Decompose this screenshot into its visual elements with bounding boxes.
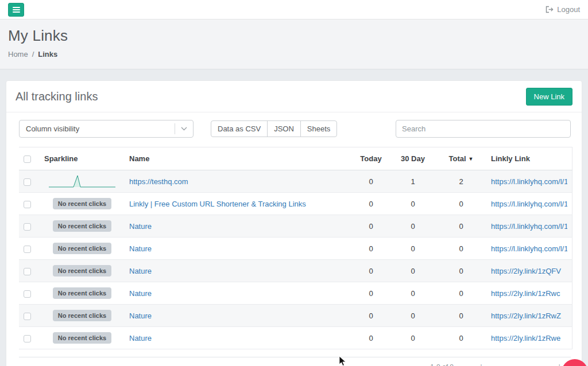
export-button-group: Data as CSV JSON Sheets (211, 120, 337, 137)
table-row: No recent clicks Nature 0 0 0 https://2l… (19, 282, 572, 305)
prev-page-button[interactable]: ‹ (495, 363, 520, 366)
header-linkly-link[interactable]: Linkly Link (486, 147, 572, 170)
link-name[interactable]: Nature (129, 289, 152, 298)
clicks-today: 0 (352, 260, 390, 282)
breadcrumb-current: Links (38, 50, 57, 59)
link-name[interactable]: Nature (129, 222, 152, 231)
row-checkbox[interactable] (24, 178, 31, 186)
topbar: Logout (0, 0, 588, 20)
no-recent-clicks-badge: No recent clicks (53, 243, 111, 254)
clicks-total: 0 (436, 260, 486, 282)
logout-button[interactable]: Logout (546, 5, 580, 14)
row-checkbox[interactable] (24, 201, 31, 208)
pagination: 1-8 of 8 |‹ ‹ › ›| (19, 363, 571, 366)
clicks-today: 0 (352, 237, 390, 260)
clicks-total: 0 (436, 193, 486, 215)
first-page-button[interactable]: |‹ (470, 363, 495, 366)
header-today[interactable]: Today (352, 147, 390, 170)
header-total[interactable]: Total▼ (436, 147, 486, 170)
next-page-button[interactable]: › (520, 363, 546, 366)
panel-title: All tracking links (16, 90, 98, 103)
select-all-checkbox[interactable] (24, 155, 31, 163)
row-checkbox[interactable] (24, 246, 31, 253)
link-name[interactable]: Nature (129, 267, 152, 275)
menu-toggle-button[interactable] (8, 3, 24, 17)
table-row: No recent clicks Nature 0 0 0 https://l.… (19, 237, 572, 260)
clicks-30day: 0 (390, 260, 436, 282)
search-input[interactable] (396, 120, 571, 138)
pagination-range: 1-8 of 8 (430, 363, 454, 366)
clicks-30day: 0 (390, 305, 436, 327)
table-header-row: Sparkline Name Today 30 Day Total▼ Linkl… (19, 147, 572, 170)
clicks-total: 0 (436, 215, 486, 237)
clicks-total: 0 (436, 327, 486, 349)
no-recent-clicks-badge: No recent clicks (53, 265, 111, 277)
link-name[interactable]: Linkly | Free Custom URL Shortener & Tra… (129, 200, 306, 208)
linkly-short-link[interactable]: https://l.linklyhq.com/l/1vYA (491, 222, 567, 231)
logout-label: Logout (557, 5, 580, 14)
clicks-30day: 0 (390, 282, 436, 305)
row-checkbox[interactable] (24, 290, 31, 298)
clicks-30day: 0 (390, 193, 436, 215)
table-row: https://testhq.com 0 1 2 https://l.linkl… (19, 170, 572, 193)
breadcrumb-home[interactable]: Home (8, 50, 28, 59)
table-toolbar: Column visibility Data as CSV JSON Sheet… (6, 112, 582, 138)
clicks-total: 2 (436, 170, 486, 193)
export-sheets-button[interactable]: Sheets (300, 120, 337, 137)
table-row: No recent clicks Nature 0 0 0 https://l.… (19, 215, 572, 237)
no-recent-clicks-badge: No recent clicks (53, 198, 111, 209)
column-visibility-label: Column visibility (20, 124, 175, 133)
clicks-total: 0 (436, 305, 486, 327)
page-heading: My Links Home / Links (0, 20, 588, 69)
header-sparkline[interactable]: Sparkline (40, 147, 125, 170)
sparkline-chart (44, 174, 120, 189)
no-recent-clicks-badge: No recent clicks (53, 332, 111, 344)
linkly-short-link[interactable]: https://2ly.link/1zRwZ (491, 312, 567, 320)
links-table: Sparkline Name Today 30 Day Total▼ Linkl… (19, 147, 572, 349)
linkly-short-link[interactable]: https://2ly.link/1zRwc (491, 289, 567, 298)
clicks-total: 0 (436, 282, 486, 305)
clicks-30day: 1 (390, 170, 436, 193)
column-visibility-select[interactable]: Column visibility (19, 120, 194, 138)
page-title: My Links (8, 27, 580, 45)
hamburger-icon (13, 7, 20, 8)
clicks-30day: 0 (390, 215, 436, 237)
chevron-down-icon (175, 123, 193, 134)
breadcrumb: Home / Links (8, 50, 580, 59)
panel-header: All tracking links New Link (6, 81, 582, 112)
new-link-button[interactable]: New Link (526, 88, 572, 106)
export-json-button[interactable]: JSON (267, 120, 301, 137)
clicks-today: 0 (352, 170, 390, 193)
linkly-short-link[interactable]: https://l.linklyhq.com/l/1vZv (491, 177, 567, 186)
linkly-short-link[interactable]: https://2ly.link/1zRwe (491, 334, 567, 342)
clicks-today: 0 (352, 215, 390, 237)
row-checkbox[interactable] (24, 313, 31, 320)
header-30day[interactable]: 30 Day (390, 147, 436, 170)
linkly-short-link[interactable]: https://l.linklyhq.com/l/1u3jW (491, 200, 567, 208)
link-name[interactable]: Nature (129, 334, 152, 342)
table-footer-divider (19, 357, 571, 357)
clicks-today: 0 (352, 305, 390, 327)
no-recent-clicks-badge: No recent clicks (53, 310, 111, 321)
clicks-today: 0 (352, 193, 390, 215)
linkly-short-link[interactable]: https://l.linklyhq.com/l/1vbu (491, 244, 567, 253)
table-row: No recent clicks Nature 0 0 0 https://2l… (19, 305, 572, 327)
no-recent-clicks-badge: No recent clicks (53, 287, 111, 299)
clicks-today: 0 (352, 282, 390, 305)
export-csv-button[interactable]: Data as CSV (211, 120, 268, 137)
link-name[interactable]: Nature (129, 244, 152, 253)
linkly-short-link[interactable]: https://2ly.link/1zQFV (491, 267, 567, 275)
content-area: All tracking links New Link Column visib… (0, 69, 588, 366)
link-name[interactable]: https://testhq.com (129, 177, 188, 186)
clicks-30day: 0 (390, 237, 436, 260)
row-checkbox[interactable] (24, 335, 31, 342)
row-checkbox[interactable] (24, 223, 31, 231)
clicks-today: 0 (352, 327, 390, 349)
clicks-30day: 0 (390, 327, 436, 349)
tracking-links-panel: All tracking links New Link Column visib… (6, 80, 582, 366)
sort-desc-icon: ▼ (469, 156, 474, 162)
breadcrumb-separator: / (32, 50, 34, 59)
row-checkbox[interactable] (24, 268, 31, 275)
link-name[interactable]: Nature (129, 312, 152, 320)
header-name[interactable]: Name (125, 147, 352, 170)
